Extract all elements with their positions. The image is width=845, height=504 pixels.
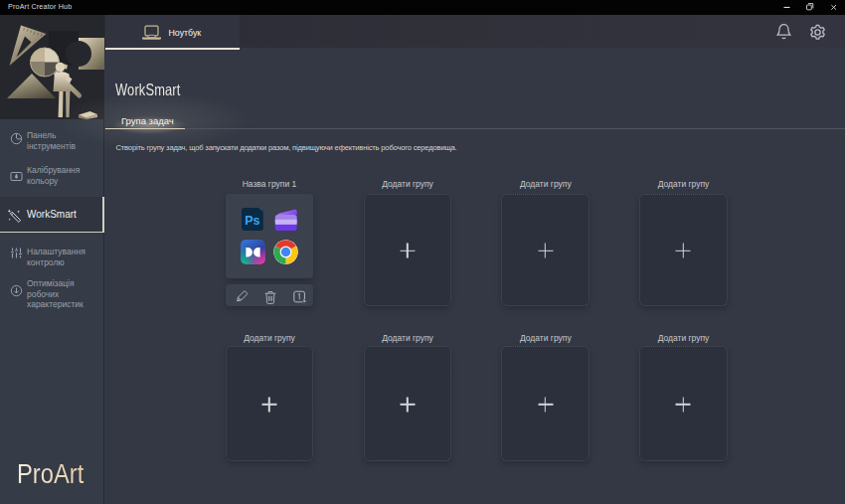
svg-text:Ps: Ps	[245, 214, 259, 228]
